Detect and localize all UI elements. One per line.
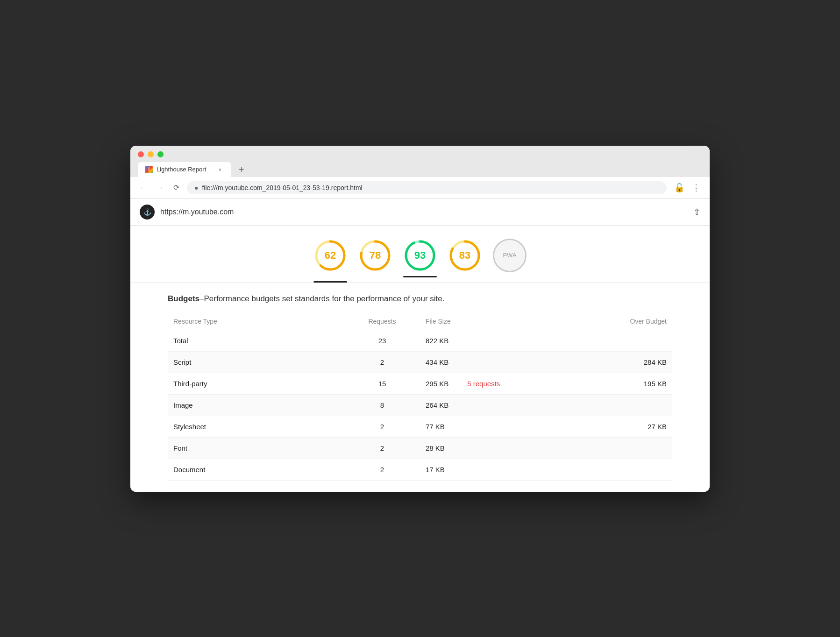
cell-resource-type: Font <box>168 437 344 459</box>
budgets-section: Budgets–Performance budgets set standard… <box>130 283 710 492</box>
tabs-row: i Lighthouse Report × + <box>138 162 702 177</box>
score-circle-performance: 62 <box>313 239 347 272</box>
forward-button[interactable]: → <box>155 182 166 194</box>
scores-section: 62 78 <box>130 226 710 277</box>
close-button[interactable] <box>138 151 144 157</box>
table-row: Total23822 KB <box>168 330 672 351</box>
cell-requests: 23 <box>344 330 420 351</box>
score-value-best-practices: 93 <box>414 249 426 262</box>
page-header-bar: ⚓ https://m.youtube.com ⇧ <box>130 199 710 226</box>
score-pwa[interactable]: PWA <box>493 239 527 277</box>
col-header-over-budget: Over Budget <box>546 313 672 330</box>
cell-over-budget <box>546 459 672 480</box>
cell-file-size: 822 KB <box>420 330 546 351</box>
table-row: Document217 KB <box>168 459 672 480</box>
cell-resource-type: Document <box>168 459 344 480</box>
extensions-button[interactable]: 🔓 <box>672 181 686 195</box>
budgets-table: Resource Type Requests File Size Over Bu… <box>168 313 672 481</box>
lighthouse-icon: ⚓ <box>140 205 155 219</box>
close-tab-button[interactable]: × <box>216 166 224 173</box>
title-bar: i Lighthouse Report × + <box>130 146 710 177</box>
security-icon: ● <box>194 184 198 191</box>
score-performance[interactable]: 62 <box>313 239 347 277</box>
cell-over-budget <box>546 330 672 351</box>
pwa-circle: PWA <box>493 239 527 272</box>
table-header-row: Resource Type Requests File Size Over Bu… <box>168 313 672 330</box>
share-button[interactable]: ⇧ <box>693 207 700 217</box>
cell-resource-type: Third-party <box>168 373 344 394</box>
table-row: Script2434 KB284 KB <box>168 351 672 373</box>
cell-resource-type: Total <box>168 330 344 351</box>
reload-button[interactable]: ⟳ <box>171 181 181 194</box>
toolbar-icons: 🔓 ⋮ <box>672 181 702 195</box>
cell-requests: 2 <box>344 459 420 480</box>
cell-over-budget: 284 KB <box>546 351 672 373</box>
tab-favicon: i <box>145 166 153 173</box>
cell-over-budget <box>546 437 672 459</box>
browser-window: i Lighthouse Report × + ← → ⟳ ● file:///… <box>130 146 710 492</box>
table-row: Third-party15295 KB5 requests195 KB <box>168 373 672 394</box>
requests-over-budget: 5 requests <box>467 380 500 388</box>
cell-over-budget <box>546 394 672 416</box>
cell-requests: 2 <box>344 351 420 373</box>
col-header-file-size: File Size <box>420 313 546 330</box>
cell-file-size: 77 KB <box>420 416 546 437</box>
cell-resource-type: Stylesheet <box>168 416 344 437</box>
table-row: Stylesheet277 KB27 KB <box>168 416 672 437</box>
active-tab-indicator <box>403 276 437 277</box>
active-tab[interactable]: i Lighthouse Report × <box>138 162 231 177</box>
score-circle-best-practices: 93 <box>403 239 437 272</box>
maximize-button[interactable] <box>157 151 164 157</box>
url-text: file:///m.youtube.com_2019-05-01_23-53-1… <box>202 184 659 191</box>
budgets-label: Budgets <box>168 294 199 303</box>
col-header-resource-type: Resource Type <box>168 313 344 330</box>
tab-title: Lighthouse Report <box>157 166 213 173</box>
menu-button[interactable]: ⋮ <box>690 181 702 195</box>
score-circle-seo: 83 <box>448 239 482 272</box>
score-value-accessibility: 78 <box>370 249 381 262</box>
score-value-performance: 62 <box>325 249 336 262</box>
score-circle-accessibility: 78 <box>358 239 392 272</box>
cell-over-budget: 27 KB <box>546 416 672 437</box>
score-seo[interactable]: 83 <box>448 239 482 277</box>
cell-requests: 2 <box>344 416 420 437</box>
page-content: ⚓ https://m.youtube.com ⇧ 62 <box>130 199 710 492</box>
window-controls <box>138 151 702 157</box>
cell-file-size: 295 KB5 requests <box>420 373 546 394</box>
budgets-title: Budgets–Performance budgets set standard… <box>168 294 672 304</box>
cell-file-size: 434 KB <box>420 351 546 373</box>
budgets-desc: –Performance budgets set standards for t… <box>199 294 444 303</box>
minimize-button[interactable] <box>148 151 154 157</box>
pwa-label: PWA <box>503 252 516 259</box>
cell-requests: 2 <box>344 437 420 459</box>
back-button[interactable]: ← <box>138 182 149 194</box>
site-logo: ⚓ https://m.youtube.com <box>140 205 234 219</box>
cell-resource-type: Script <box>168 351 344 373</box>
cell-requests: 15 <box>344 373 420 394</box>
score-best-practices[interactable]: 93 <box>403 239 437 277</box>
cell-over-budget: 195 KB <box>546 373 672 394</box>
cell-requests: 8 <box>344 394 420 416</box>
cell-file-size: 17 KB <box>420 459 546 480</box>
cell-file-size: 28 KB <box>420 437 546 459</box>
cell-resource-type: Image <box>168 394 344 416</box>
score-value-seo: 83 <box>459 249 470 262</box>
score-accessibility[interactable]: 78 <box>358 239 392 277</box>
cell-file-size: 264 KB <box>420 394 546 416</box>
col-header-requests: Requests <box>344 313 420 330</box>
address-bar: ← → ⟳ ● file:///m.youtube.com_2019-05-01… <box>130 177 710 199</box>
new-tab-button[interactable]: + <box>235 163 248 177</box>
table-row: Image8264 KB <box>168 394 672 416</box>
table-row: Font228 KB <box>168 437 672 459</box>
url-bar[interactable]: ● file:///m.youtube.com_2019-05-01_23-53… <box>187 181 667 194</box>
site-url: https://m.youtube.com <box>160 208 234 216</box>
